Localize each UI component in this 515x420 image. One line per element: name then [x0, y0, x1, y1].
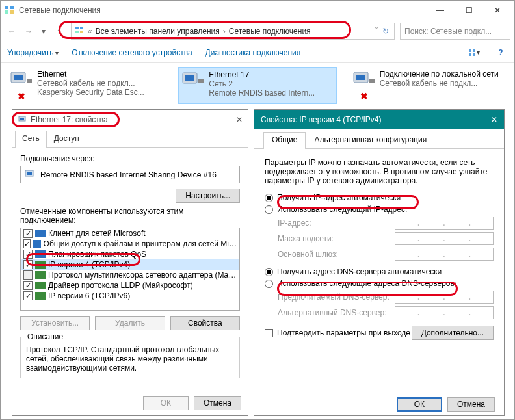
checkbox[interactable] — [23, 260, 33, 269]
svg-rect-8 — [469, 49, 471, 52]
ip-input[interactable]: ... — [395, 217, 494, 230]
component-item-0[interactable]: Клиент для сетей Microsoft — [21, 228, 239, 239]
address-bar[interactable]: « Все элементы панели управления › Сетев… — [71, 23, 395, 40]
radio-icon — [265, 194, 273, 202]
dns2-input[interactable]: ... — [395, 306, 494, 319]
checkbox[interactable] — [23, 270, 33, 280]
radio-use-dns[interactable]: Использовать следующие адреса DNS-сервер… — [265, 279, 494, 288]
adapter-name: Remote RNDIS based Internet Sharing Devi… — [40, 170, 217, 179]
adapter-mini-icon — [18, 114, 28, 126]
up-button[interactable]: ↑ — [51, 24, 66, 38]
disable-device-button[interactable]: Отключение сетевого устройства — [72, 48, 192, 57]
svg-rect-16 — [185, 75, 194, 81]
control-panel-small-icon — [74, 25, 85, 37]
component-label: Клиент для сетей Microsoft — [48, 229, 146, 238]
red-x-icon: ✖ — [18, 91, 25, 101]
svg-rect-26 — [33, 240, 41, 248]
maximize-button[interactable]: ☐ — [455, 1, 483, 20]
radio-auto-dns[interactable]: Получить адрес DNS-сервера автоматически — [265, 267, 494, 276]
mask-input[interactable]: ... — [395, 232, 494, 245]
advanced-button[interactable]: Дополнительно... — [412, 326, 494, 340]
checkbox[interactable] — [23, 291, 33, 300]
search-placeholder: Поиск: Сетевые подкл... — [404, 27, 492, 36]
svg-rect-10 — [469, 53, 471, 56]
properties-button[interactable]: Свойства — [170, 316, 240, 330]
component-item-4[interactable]: Протокол мультиплексора сетевого адаптер… — [21, 270, 239, 280]
svg-rect-2 — [5, 10, 8, 14]
checkbox[interactable] — [23, 281, 33, 290]
components-list[interactable]: Клиент для сетей Microsoft Общий доступ … — [20, 228, 240, 311]
svg-rect-25 — [35, 230, 46, 237]
checkbox[interactable] — [23, 250, 33, 259]
organize-menu[interactable]: Упорядочить — [7, 48, 59, 57]
ok-button[interactable]: ОК — [397, 397, 442, 412]
svg-rect-5 — [80, 27, 83, 29]
checkbox[interactable] — [23, 229, 33, 238]
refresh-icon[interactable]: ↻ — [380, 27, 391, 36]
svg-rect-7 — [80, 31, 83, 33]
remove-button[interactable]: Удалить — [95, 316, 165, 330]
help-icon[interactable]: ? — [494, 46, 508, 60]
history-dropdown[interactable]: ▾ — [38, 24, 49, 38]
svg-rect-28 — [35, 261, 46, 269]
network-adapter-icon — [10, 70, 33, 91]
tcpip-properties-dialog: Свойства: IP версии 4 (TCP/IPv4) ✕ Общие… — [254, 109, 505, 416]
svg-rect-20 — [369, 79, 375, 83]
back-button[interactable]: ← — [5, 24, 19, 38]
connection-item-1[interactable]: Ethernet 17 Сеть 2 Remote RNDIS based In… — [178, 67, 336, 104]
svg-rect-11 — [473, 53, 475, 56]
component-item-3[interactable]: IP версии 4 (TCP/IPv4) — [21, 259, 239, 270]
component-item-5[interactable]: Драйвер протокола LLDP (Майкрософт) — [21, 280, 239, 291]
radio-use-ip[interactable]: Использовать следующий IP-адрес: — [265, 205, 494, 214]
breadcrumb-prefix: « — [85, 27, 96, 36]
component-item-2[interactable]: Планировщик пакетов QoS — [21, 249, 239, 259]
connection-item-0[interactable]: ✖ Ethernet Сетевой кабель не подкл... Ka… — [7, 67, 165, 104]
checkbox[interactable] — [23, 239, 31, 248]
svg-rect-1 — [10, 6, 14, 9]
component-item-6[interactable]: IP версии 6 (TCP/IPv6) — [21, 291, 239, 301]
gw-input[interactable]: ... — [395, 248, 494, 261]
minimize-button[interactable]: ― — [426, 1, 455, 20]
network-adapter-icon — [352, 70, 376, 91]
forward-button[interactable]: → — [21, 24, 36, 38]
tab-alternate[interactable]: Альтернативная конфигурация — [306, 132, 435, 148]
cancel-button[interactable]: Отмена — [194, 396, 241, 410]
connection-item-2[interactable]: ✖ Подключение по локальной сети Сетевой … — [350, 67, 508, 104]
breadcrumb-seg-2[interactable]: Сетевые подключения — [229, 27, 311, 36]
install-button[interactable]: Установить... — [20, 316, 90, 330]
conn-driver: Remote RNDIS based Intern... — [209, 88, 315, 98]
radio-auto-ip[interactable]: Получить IP-адрес автоматически — [265, 193, 494, 202]
radio-icon — [265, 205, 273, 214]
svg-rect-17 — [198, 79, 204, 83]
component-label: IP версии 6 (TCP/IPv6) — [48, 291, 130, 300]
close-icon[interactable]: ✕ — [236, 115, 243, 124]
conn-status: Сетевой кабель не подкл... — [37, 79, 144, 88]
tab-network[interactable]: Сеть — [15, 131, 47, 148]
address-dropdown-icon[interactable]: ˅ — [375, 27, 378, 36]
breadcrumb-seg-1[interactable]: Все элементы панели управления — [96, 27, 220, 36]
cancel-button[interactable]: Отмена — [447, 397, 495, 412]
control-panel-icon — [3, 3, 15, 17]
radio-icon — [265, 280, 273, 288]
chevron-icon: › — [220, 27, 229, 36]
components-label: Отмеченные компоненты используются этим … — [20, 207, 240, 225]
svg-rect-19 — [356, 75, 365, 80]
ok-button[interactable]: ОК — [143, 396, 189, 410]
search-box[interactable]: Поиск: Сетевые подкл... — [400, 23, 510, 40]
toolbar: Упорядочить Отключение сетевого устройст… — [1, 42, 514, 63]
tab-general[interactable]: Общие — [263, 132, 306, 149]
svg-rect-0 — [5, 6, 8, 9]
dns1-input[interactable]: ... — [395, 291, 494, 304]
radio-label: Получить адрес DNS-сервера автоматически — [277, 267, 442, 276]
component-item-1[interactable]: Общий доступ к файлам и принтерам для се… — [21, 239, 239, 249]
component-label: Планировщик пакетов QoS — [48, 250, 146, 259]
view-options-icon[interactable] — [466, 46, 481, 60]
component-label: IP версии 4 (TCP/IPv4) — [48, 260, 130, 269]
close-icon[interactable]: ✕ — [491, 115, 497, 124]
configure-button[interactable]: Настроить... — [176, 189, 240, 203]
tab-access[interactable]: Доступ — [47, 131, 86, 147]
close-button[interactable]: ✕ — [483, 1, 512, 20]
svg-rect-9 — [473, 49, 475, 52]
diagnose-button[interactable]: Диагностика подключения — [205, 48, 301, 57]
confirm-checkbox[interactable] — [265, 329, 273, 337]
